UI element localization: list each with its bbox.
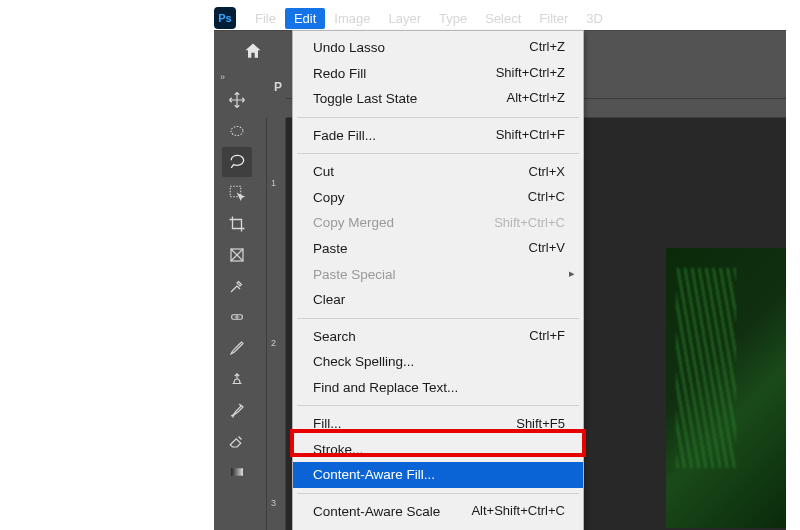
eyedropper-tool[interactable]: [222, 271, 252, 301]
menuitem-label: Copy Merged: [313, 213, 394, 233]
menuitem-shortcut: Alt+Ctrl+Z: [506, 89, 565, 108]
menuitem-shortcut: Shift+Ctrl+C: [494, 214, 565, 233]
menuitem-label: Check Spelling...: [313, 352, 414, 372]
menuitem-copy[interactable]: CopyCtrl+C: [293, 185, 583, 211]
menuitem-fade-fill[interactable]: Fade Fill...Shift+Ctrl+F: [293, 123, 583, 149]
menuitem-undo-lasso[interactable]: Undo LassoCtrl+Z: [293, 35, 583, 61]
menu-separator: [297, 153, 579, 154]
menuitem-shortcut: Ctrl+X: [529, 163, 565, 182]
menubar: Ps FileEditImageLayerTypeSelectFilter3D: [214, 6, 612, 30]
menuitem-label: Paste: [313, 239, 348, 259]
menu-separator: [297, 405, 579, 406]
menuitem-paste[interactable]: PasteCtrl+V: [293, 236, 583, 262]
menuitem-shortcut: Ctrl+Z: [529, 38, 565, 57]
opened-image[interactable]: [666, 248, 786, 528]
gradient-tool[interactable]: [222, 457, 252, 487]
menuitem-redo-fill[interactable]: Redo FillShift+Ctrl+Z: [293, 61, 583, 87]
menuitem-puppet-warp: Puppet Warp: [293, 525, 583, 530]
menuitem-content-aware-fill[interactable]: Content-Aware Fill...: [293, 462, 583, 488]
menuitem-find-and-replace-text[interactable]: Find and Replace Text...: [293, 375, 583, 401]
menuitem-shortcut: Ctrl+F: [529, 327, 565, 346]
history-brush-tool[interactable]: [222, 395, 252, 425]
menuitem-label: Find and Replace Text...: [313, 378, 458, 398]
crop-tool[interactable]: [222, 209, 252, 239]
brush-tool[interactable]: [222, 333, 252, 363]
menuitem-clear[interactable]: Clear: [293, 287, 583, 313]
menuitem-label: Content-Aware Fill...: [313, 465, 435, 485]
menuitem-shortcut: Shift+F5: [516, 415, 565, 434]
menu-edit[interactable]: Edit: [285, 8, 325, 29]
menuitem-label: Copy: [313, 188, 345, 208]
menuitem-search[interactable]: SearchCtrl+F: [293, 324, 583, 350]
menuitem-shortcut: Alt+Shift+Ctrl+C: [471, 502, 565, 521]
ruler-vertical: 1 2 3: [266, 118, 286, 530]
menu-select[interactable]: Select: [476, 8, 530, 29]
menu-file[interactable]: File: [246, 8, 285, 29]
menuitem-label: Fade Fill...: [313, 126, 376, 146]
lasso-tool[interactable]: [222, 147, 252, 177]
marquee-ellipse-tool[interactable]: [222, 116, 252, 146]
edit-menu-dropdown: Undo LassoCtrl+ZRedo FillShift+Ctrl+ZTog…: [292, 30, 584, 530]
menuitem-label: Fill...: [313, 414, 342, 434]
menuitem-label: Search: [313, 327, 356, 347]
ruler-mark: 2: [271, 338, 276, 348]
menuitem-content-aware-scale[interactable]: Content-Aware ScaleAlt+Shift+Ctrl+C: [293, 499, 583, 525]
frame-tool[interactable]: [222, 240, 252, 270]
menuitem-label: Toggle Last State: [313, 89, 417, 109]
menuitem-check-spelling[interactable]: Check Spelling...: [293, 349, 583, 375]
menuitem-shortcut: Shift+Ctrl+F: [496, 126, 565, 145]
ruler-mark: 3: [271, 498, 276, 508]
menu-filter[interactable]: Filter: [530, 8, 577, 29]
move-tool[interactable]: [222, 85, 252, 115]
toolbox: »: [214, 70, 260, 530]
menu-3d[interactable]: 3D: [577, 8, 612, 29]
menuitem-shortcut: Shift+Ctrl+Z: [496, 64, 565, 83]
menu-layer[interactable]: Layer: [380, 8, 431, 29]
toolbox-expand-icon[interactable]: »: [214, 70, 260, 84]
menuitem-paste-special: Paste Special: [293, 262, 583, 288]
menu-separator: [297, 318, 579, 319]
menuitem-label: Clear: [313, 290, 345, 310]
menuitem-label: Redo Fill: [313, 64, 366, 84]
menu-image[interactable]: Image: [325, 8, 379, 29]
tab-label-fragment: P: [264, 80, 288, 98]
photoshop-window: Ps FileEditImageLayerTypeSelectFilter3D …: [200, 0, 800, 530]
menu-separator: [297, 493, 579, 494]
svg-point-0: [231, 127, 243, 136]
menuitem-copy-merged: Copy MergedShift+Ctrl+C: [293, 210, 583, 236]
menuitem-stroke[interactable]: Stroke...: [293, 437, 583, 463]
ruler-mark: 1: [271, 178, 276, 188]
app-logo: Ps: [214, 7, 236, 29]
svg-rect-4: [231, 468, 243, 476]
menuitem-label: Paste Special: [313, 265, 396, 285]
menu-separator: [297, 117, 579, 118]
menu-type[interactable]: Type: [430, 8, 476, 29]
menuitem-cut[interactable]: CutCtrl+X: [293, 159, 583, 185]
menuitem-label: Undo Lasso: [313, 38, 385, 58]
menuitem-toggle-last-state[interactable]: Toggle Last StateAlt+Ctrl+Z: [293, 86, 583, 112]
menuitem-shortcut: Ctrl+C: [528, 188, 565, 207]
clone-stamp-tool[interactable]: [222, 364, 252, 394]
menuitem-label: Stroke...: [313, 440, 363, 460]
menuitem-label: Cut: [313, 162, 334, 182]
menuitem-label: Content-Aware Scale: [313, 502, 440, 522]
menuitem-fill[interactable]: Fill...Shift+F5: [293, 411, 583, 437]
healing-brush-tool[interactable]: [222, 302, 252, 332]
menuitem-shortcut: Ctrl+V: [529, 239, 565, 258]
home-icon[interactable]: [242, 40, 264, 62]
eraser-tool[interactable]: [222, 426, 252, 456]
object-selection-tool[interactable]: [222, 178, 252, 208]
